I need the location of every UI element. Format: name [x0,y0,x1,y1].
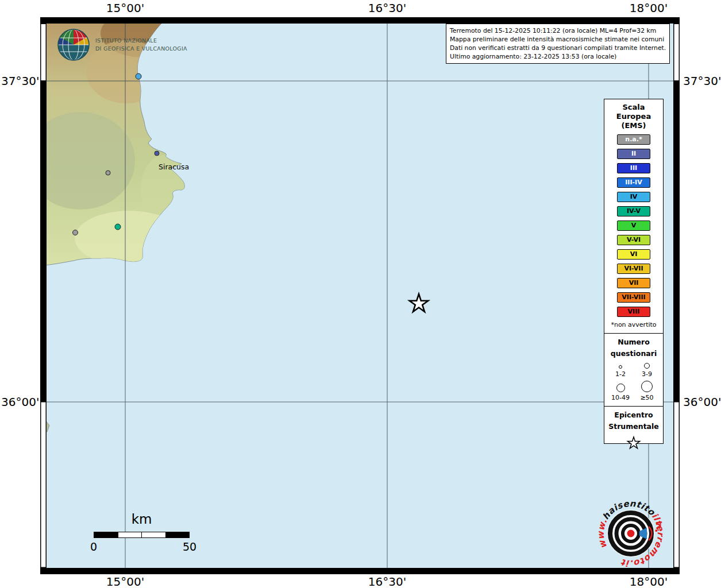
event-info-line2: Mappa preliminare delle intensità macros… [450,35,666,44]
questionnaire-size-circle [616,384,625,392]
logo-text-www: www. [596,517,610,550]
ingv-globe-icon [57,28,90,61]
intensity-marker [115,224,121,230]
epicenter-title: Epicentro Strumentale [604,409,663,432]
ems-swatch: III [617,163,650,173]
ems-swatch: VI [617,249,650,260]
intensity-marker [73,230,78,235]
legend-footnote: *non avvertito [604,321,663,328]
ems-swatch: II [617,149,650,159]
ems-swatch: VI-VII [617,264,650,274]
event-info-box: Terremoto del 15-12-2025 10:11:22 (ora l… [446,24,670,64]
scalebar-bar [94,532,190,538]
scalebar-end: 50 [183,540,196,553]
epicenter-legend-star-icon [626,435,641,450]
lat-label-left-2: 36°00' [1,395,38,409]
lon-label-bottom-3: 18°00' [630,575,668,588]
lon-label-top-1: 15°00' [106,1,144,15]
legend-divider-2 [604,406,663,407]
ingv-name: ISTITUTO NAZIONALE DI GEOFISICA E VULCAN… [95,37,187,53]
scalebar-labels: 0 50 [94,540,190,554]
ems-swatch: V-VI [617,235,650,245]
lon-label-bottom-2: 16°30' [368,575,406,588]
intensity-marker [155,151,159,156]
event-info-line4: Ultimo aggiornamento: 23-12-2025 13:53 (… [450,52,666,61]
legend-panel: Scala Europea (EMS) n.a.*IIIIIIII-IVIVIV… [604,99,664,444]
questionnaire-title-line2: questionari [604,348,663,359]
map-canvas: ISTITUTO NAZIONALE DI GEOFISICA E VULCAN… [40,17,680,574]
questionnaire-size-label: 1-2 [615,370,626,378]
legend-title-line3: (EMS) [604,121,663,130]
questionnaire-size-circle [619,365,622,369]
questionnaire-size-circle [644,363,650,369]
ems-scale-list: n.a.*IIIIIIII-IVIVIV-VVV-VIVIVI-VIIVIIVI… [604,134,663,317]
lat-label-left-1: 37°30' [1,74,38,88]
intensity-marker [106,171,110,175]
ems-swatch: IV-V [617,206,650,216]
scalebar-seg [166,532,190,537]
lon-label-top-2: 16°30' [368,1,406,15]
city-label-siracusa: Siracusa [159,163,189,171]
questionnaire-size-label: 10-49 [611,394,630,401]
scalebar-seg [142,532,166,537]
scalebar-unit: km [94,512,190,527]
scalebar-seg [118,532,142,537]
epicenter-title-line2: Strumentale [604,421,663,432]
questionnaire-size: 1-2 [607,363,634,378]
lat-label-right-2: 36°00' [683,395,721,409]
lon-label-bottom-1: 15°00' [106,575,144,588]
intensity-marker [136,74,141,79]
questionnaire-size-circle [641,381,653,392]
event-info-line3: Dati non verificati estratti da 9 questi… [450,44,666,52]
ingv-name-line2: DI GEOFISICA E VULCANOLOGIA [95,45,187,53]
questionnaire-size-label: 3-9 [642,370,652,378]
legend-title: Scala Europea (EMS) [604,103,663,130]
questionnaire-size: ≥50 [634,381,660,401]
ems-swatch: n.a.* [617,134,650,145]
base-map [40,17,680,574]
legend-divider-1 [604,333,663,334]
lon-label-top-3: 18°00' [630,1,668,15]
questionnaire-size: 3-9 [634,363,660,378]
map-scalebar: km 0 50 [94,512,190,554]
ingv-logo-block: ISTITUTO NAZIONALE DI GEOFISICA E VULCAN… [57,28,187,61]
legend-title-line1: Scala [604,103,663,112]
questionnaire-title-line1: Numero [604,336,663,348]
ems-swatch: V [617,220,650,231]
lat-label-right-1: 37°30' [683,74,721,88]
epicenter-title-line1: Epicentro [604,409,663,421]
ems-swatch: VII-VIII [617,292,650,303]
questionnaire-size: 10-49 [607,381,634,401]
questionnaire-title: Numero questionari [604,336,663,359]
event-info-line1: Terremoto del 15-12-2025 10:11:22 (ora l… [450,26,666,35]
macroseismic-map-page: { "title_box": { "lines": [ "Terremoto d… [0,0,721,588]
questionnaire-sizes: 1-23-910-49≥50 [604,363,663,401]
scalebar-start: 0 [90,540,97,553]
legend-title-line2: Europea [604,112,663,121]
ems-swatch: III-IV [617,177,650,188]
haisentitoilterremoto-logo: ? www.haisentitoilterremoto.it [593,496,668,571]
ems-swatch: VII [617,278,650,288]
ingv-name-line1: ISTITUTO NAZIONALE [95,37,187,45]
logo-center-dot [627,530,635,537]
scalebar-seg [94,532,118,537]
ems-swatch: IV [617,192,650,202]
ems-swatch: VIII [617,307,650,317]
questionnaire-size-label: ≥50 [640,394,653,401]
